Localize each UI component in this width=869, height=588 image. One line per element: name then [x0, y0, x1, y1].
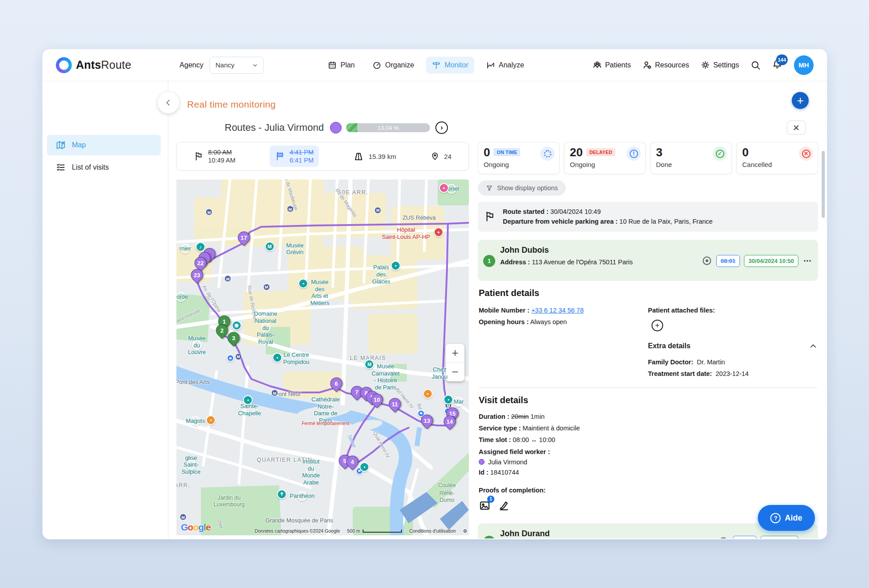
tab-analyze[interactable]: Analyze — [480, 57, 530, 74]
map[interactable]: Rue de Maubeuge10E ARR.GenerZUS RébévaHô… — [176, 179, 469, 535]
tab-organize[interactable]: Organize — [367, 57, 420, 74]
stops-count: 24 — [444, 153, 451, 160]
poi-icon[interactable]: ◉ — [232, 321, 242, 330]
map-marker-4[interactable]: 4 — [347, 456, 359, 468]
map-label: glise Saint-Sulpice — [186, 460, 196, 470]
departure-label: Departure from vehicle parking area : — [503, 218, 618, 225]
poi-icon[interactable]: • — [243, 395, 253, 405]
map-label: Musée Grévin — [290, 244, 300, 254]
help-button[interactable]: ? Aide — [758, 505, 815, 531]
photo-poi-icon[interactable] — [227, 354, 234, 362]
agency-select[interactable]: Nancy — [209, 57, 264, 74]
metro-icon: M — [180, 514, 187, 521]
chevron-up-icon[interactable] — [809, 342, 817, 350]
sidebar-item-map[interactable]: Map — [47, 135, 161, 155]
poi-icon[interactable]: ✝ — [277, 489, 287, 499]
map-label: ARR. — [176, 482, 190, 489]
nav-patients[interactable]: Patients — [593, 60, 631, 70]
visit-card-john-dubois[interactable]: 1 John Dubois Address : 113 Avenue de l'… — [478, 240, 818, 281]
visit-number-badge: 1 — [483, 255, 495, 267]
actual-time-chip: 30/04/2024 10:50 — [744, 255, 798, 267]
metro-icon: M — [375, 207, 381, 213]
app-logo[interactable]: AntsRoute — [56, 57, 131, 73]
map-label: Sainte-Chapelle — [245, 405, 255, 415]
poi-icon[interactable]: • — [443, 395, 453, 405]
panel-scrollbar[interactable] — [822, 151, 825, 218]
visit-menu-button[interactable]: ⋯ — [803, 256, 812, 266]
target-icon[interactable] — [718, 536, 729, 538]
next-route-button[interactable]: › — [435, 121, 448, 134]
worker-color-dot — [330, 122, 342, 133]
map-marker-17[interactable]: 17 — [238, 231, 250, 243]
user-avatar[interactable]: MH — [794, 55, 814, 75]
speedometer-icon — [372, 61, 381, 70]
target-icon[interactable] — [702, 255, 712, 266]
main-window: AntsRoute Agency Nancy Plan Organize Mon… — [42, 49, 827, 539]
route-title: Routes - Julia Virmond — [225, 122, 324, 133]
map-label: Mar — [454, 397, 464, 407]
map-marker-22[interactable]: 22 — [195, 257, 207, 269]
nav-resources[interactable]: Resources — [643, 60, 689, 70]
map-attribution: Données cartographiques ©2024 Google 500… — [255, 528, 467, 534]
nav-settings[interactable]: Settings — [701, 60, 739, 70]
patient-name: John Dubois — [500, 246, 811, 255]
map-label: Seine — [346, 434, 358, 449]
poi-icon[interactable]: • — [298, 279, 308, 288]
sidebar-item-list-of-visits[interactable]: List of visits — [47, 157, 161, 178]
tab-plan[interactable]: Plan — [322, 57, 360, 74]
poi-icon[interactable]: • — [272, 353, 282, 363]
opening-hours-value: Always open — [530, 318, 567, 325]
map-label: Musée Carnavalet - Histoire de Paris — [380, 372, 390, 382]
map-marker-13[interactable]: 13 — [421, 415, 433, 427]
add-button[interactable]: + — [792, 92, 809, 109]
poi-icon[interactable]: + — [434, 227, 443, 237]
map-marker-11[interactable]: 11 — [389, 398, 401, 410]
mobile-number-link[interactable]: +33 6 12 34 56 78 — [531, 307, 584, 314]
planned-duration: 20min — [511, 413, 529, 420]
metro-icon: M — [206, 209, 213, 216]
show-display-options-button[interactable]: Show display options — [478, 180, 566, 196]
map-marker-10[interactable]: 10 — [371, 394, 383, 406]
map-terms-link[interactable]: Conditions d'utilisation — [409, 528, 455, 534]
route-stats-bar: 8:00 AM10:49 AM 4:41 PM6:41 PM 15.39 km … — [176, 142, 469, 171]
delayed-count: 20 — [570, 146, 583, 158]
map-marker-14[interactable]: 14 — [444, 416, 456, 428]
poi-icon[interactable]: • — [359, 462, 369, 472]
keyboard-shortcuts-icon[interactable]: ⚙ — [463, 528, 467, 534]
map-marker-2[interactable]: 2 — [216, 324, 228, 336]
route-started-value: 30/04/2024 10:49 — [550, 208, 601, 215]
zoom-in-button[interactable]: + — [446, 344, 464, 363]
back-button[interactable] — [158, 92, 179, 113]
map-marker-23[interactable]: 23 — [191, 269, 203, 281]
visit-details-section: Visit details Duration : 20min 1min Serv… — [478, 395, 818, 513]
map-label: Saint-Honoré — [176, 308, 201, 325]
proofs-label: Proofs of completion: — [479, 487, 546, 494]
flag-icon — [484, 211, 496, 222]
poi-icon[interactable]: M — [364, 359, 374, 369]
route-start-info: Route started : 30/04/2024 10:49 Departu… — [478, 202, 818, 232]
info-icon: ! — [627, 146, 641, 161]
routes-header: Routes - Julia Virmond 13.04 % › ✕ — [168, 115, 827, 141]
zoom-out-button[interactable]: − — [446, 363, 464, 381]
service-type-value: Maintient à domicile — [522, 425, 580, 432]
map-label: Grande Mosquée de Paris — [265, 517, 333, 525]
map-label: Hôpital Saint-Louis AP-HP — [382, 227, 430, 241]
notifications-button[interactable]: 144 — [772, 59, 782, 71]
poi-icon[interactable]: • — [391, 261, 401, 271]
poi-icon[interactable]: M — [265, 242, 275, 251]
search-button[interactable] — [751, 60, 760, 70]
proof-signature-button[interactable] — [498, 500, 510, 513]
poi-icon[interactable]: • — [206, 415, 216, 425]
delayed-badge: DELAYED — [586, 148, 615, 156]
map-zoom-controls: + − — [446, 344, 464, 381]
close-panel-button[interactable]: ✕ — [787, 121, 806, 135]
map-marker-3[interactable]: 3 — [227, 332, 239, 344]
poi-icon[interactable]: • — [423, 389, 433, 399]
poi-icon[interactable]: + — [439, 183, 449, 193]
proof-photo-button[interactable]: 1 — [479, 500, 491, 513]
add-file-button[interactable]: + — [652, 320, 663, 331]
gear-icon — [701, 60, 710, 70]
tab-monitor[interactable]: Monitor — [426, 57, 474, 74]
notification-count-badge: 144 — [776, 54, 788, 65]
map-marker-6[interactable]: 6 — [330, 378, 342, 390]
